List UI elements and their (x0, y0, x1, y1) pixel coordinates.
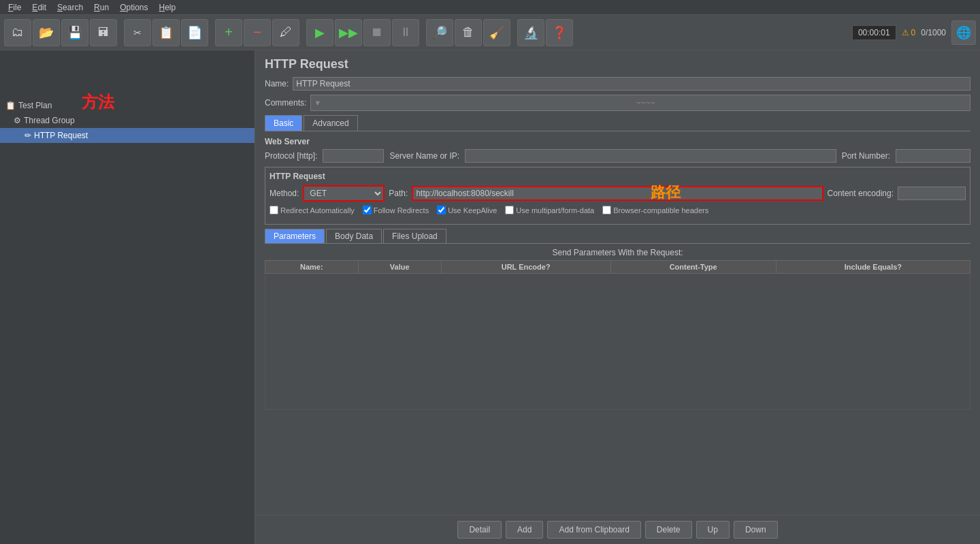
server-label: Server Name or IP: (389, 151, 459, 161)
redirect-auto-label[interactable]: Redirect Automatically (270, 206, 355, 214)
port-label: Port Number: (842, 151, 890, 161)
redirect-auto-checkbox[interactable] (270, 206, 278, 214)
tb-help[interactable]: ❓ (546, 19, 573, 46)
tab-advanced[interactable]: Advanced (304, 115, 357, 131)
col-content-type: Content-Type (610, 261, 776, 274)
tree-test-plan[interactable]: 📋 Test Plan (0, 98, 255, 113)
method-path-container: 方法 路径 Method: GET POST PUT DELETE HEAD O… (270, 185, 966, 202)
tree-thread-group[interactable]: ⚙ Thread Group (0, 113, 255, 128)
name-label: Name: (265, 79, 289, 89)
tb-open[interactable]: 📂 (33, 19, 60, 46)
tb-cut[interactable]: ✂ (124, 19, 151, 46)
multipart-label[interactable]: Use multipart/form-data (505, 206, 594, 214)
tb-run-no-pause[interactable]: ▶▶ (335, 19, 362, 46)
comments-drag-handle: ~~~~ (321, 98, 970, 108)
tb-shutdown[interactable]: ⏸ (392, 19, 419, 46)
keep-alive-checkbox[interactable] (437, 206, 446, 214)
delete-button[interactable]: Delete (645, 521, 692, 539)
tree-thread-group-icon: ⚙ (14, 116, 21, 125)
tb-remote[interactable]: 🌐 (951, 20, 976, 45)
multipart-checkbox[interactable] (505, 206, 514, 214)
tb-run[interactable]: ▶ (306, 19, 333, 46)
add-button[interactable]: Add (506, 521, 543, 539)
thread-count: 0/1000 (921, 28, 946, 37)
follow-redirects-label[interactable]: Follow Redirects (363, 206, 429, 214)
warning-badge: ⚠ 0 (902, 28, 916, 37)
col-value: Value (358, 261, 441, 274)
name-row: Name: (265, 77, 970, 91)
tab-basic[interactable]: Basic (265, 115, 302, 131)
tb-stop[interactable]: ⏹ (363, 19, 391, 46)
method-path-row: Method: GET POST PUT DELETE HEAD OPTIONS… (270, 185, 966, 202)
tb-edit[interactable]: 🖊 (272, 19, 299, 46)
tb-copy[interactable]: 📋 (152, 19, 180, 46)
sub-tab-body-data[interactable]: Body Data (326, 229, 382, 243)
follow-redirects-checkbox[interactable] (363, 206, 372, 214)
timer-display: 00:00:01 (852, 25, 896, 40)
tb-search[interactable]: 🔎 (426, 19, 453, 46)
add-from-clipboard-button[interactable]: Add from Clipboard (547, 521, 640, 539)
protocol-input[interactable] (323, 149, 384, 163)
tree-http-request-label: HTTP Request (34, 131, 88, 140)
col-include-equals: Include Equals? (776, 261, 970, 274)
left-panel: 方法 📋 Test Plan ⚙ Thread Group ✏ HTTP Req… (0, 50, 255, 544)
down-button[interactable]: Down (734, 521, 778, 539)
tb-function-helper[interactable]: 🔬 (517, 19, 544, 46)
tb-save[interactable]: 💾 (61, 19, 88, 46)
protocol-label: Protocol [http]: (265, 151, 317, 161)
right-panel: HTTP Request Name: Comments: ▼ ~~~~ Basi… (255, 50, 980, 544)
tree-http-request[interactable]: ✏ HTTP Request (0, 128, 255, 143)
keep-alive-label[interactable]: Use KeepAlive (437, 206, 497, 214)
name-input[interactable] (293, 77, 970, 91)
menu-file[interactable]: File (3, 1, 27, 14)
tb-saveas[interactable]: 🖬 (90, 19, 117, 46)
menubar: File Edit Search Run Options Help (0, 0, 980, 15)
menu-search[interactable]: Search (52, 1, 88, 14)
tb-paste[interactable]: 📄 (181, 19, 208, 46)
bottom-bar: Detail Add Add from Clipboard Delete Up … (255, 515, 980, 544)
col-url-encode: URL Encode? (441, 261, 610, 274)
sub-tab-strip: Parameters Body Data Files Upload (265, 229, 970, 244)
method-select[interactable]: GET POST PUT DELETE HEAD OPTIONS PATCH (303, 185, 385, 202)
browser-compat-checkbox[interactable] (602, 206, 611, 214)
port-input[interactable] (896, 149, 970, 163)
tb-remove[interactable]: − (244, 19, 271, 46)
tb-add[interactable]: + (215, 19, 242, 46)
method-label: Method: (270, 189, 299, 198)
menu-help[interactable]: Help (154, 1, 182, 14)
tb-new[interactable]: 🗂 (4, 19, 31, 46)
panel-title: HTTP Request (265, 57, 970, 71)
tree-test-plan-icon: 📋 (5, 101, 16, 110)
tb-clear-all[interactable]: 🧹 (483, 19, 510, 46)
up-button[interactable]: Up (696, 521, 730, 539)
tree-test-plan-label: Test Plan (18, 101, 52, 110)
warning-icon: ⚠ (902, 28, 909, 37)
web-server-header: Web Server (265, 137, 970, 146)
col-name: Name: (265, 261, 359, 274)
checkboxes-row: Redirect Automatically Follow Redirects … (270, 206, 966, 214)
toolbar: 🗂 📂 💾 🖬 ✂ 📋 📄 + − 🖊 ▶ ▶▶ ⏹ ⏸ 🔎 🗑 🧹 🔬 ❓ 0… (0, 15, 980, 50)
params-section-title: Send Parameters With the Request: (265, 248, 970, 257)
tb-clear[interactable]: 🗑 (455, 19, 482, 46)
content-enc-input[interactable] (898, 187, 966, 200)
tree-http-request-icon: ✏ (24, 131, 31, 140)
menu-run[interactable]: Run (88, 1, 114, 14)
sub-tab-parameters[interactable]: Parameters (265, 229, 325, 243)
table-row-empty (265, 274, 970, 410)
path-input[interactable] (412, 186, 823, 201)
menu-edit[interactable]: Edit (27, 1, 52, 14)
browser-compat-label[interactable]: Browser-compatible headers (602, 206, 708, 214)
comments-label: Comments: (265, 98, 306, 108)
main-layout: 方法 📋 Test Plan ⚙ Thread Group ✏ HTTP Req… (0, 50, 980, 544)
server-input[interactable] (465, 149, 836, 163)
tab-strip: Basic Advanced (265, 115, 970, 131)
sub-tab-files-upload[interactable]: Files Upload (383, 229, 446, 243)
path-label: Path: (389, 189, 408, 198)
params-table: Name: Value URL Encode? Content-Type Inc… (265, 260, 970, 410)
web-server-row: Protocol [http]: Server Name or IP: Port… (265, 149, 970, 163)
menu-options[interactable]: Options (114, 1, 153, 14)
http-section-title: HTTP Request (270, 172, 966, 181)
tree-thread-group-label: Thread Group (24, 116, 75, 125)
detail-button[interactable]: Detail (457, 521, 502, 539)
comments-row: Comments: ▼ ~~~~ (265, 95, 970, 111)
